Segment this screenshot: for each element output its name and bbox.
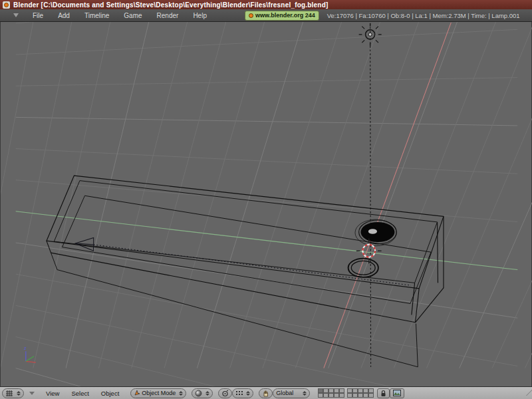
lamp-relationship-line (370, 23, 371, 367)
perspective-grid (1, 22, 532, 386)
viewport-scene: z (1, 22, 532, 386)
image-icon (393, 390, 401, 396)
viewport-shading-button[interactable] (192, 388, 213, 398)
x-axis-line (324, 23, 451, 368)
blender-org-version-button[interactable]: www.blender.org 244 (245, 11, 319, 21)
lamp-center-dot (368, 33, 372, 36)
orientation-dropdown[interactable]: Global (273, 388, 310, 398)
lock-icon (380, 390, 386, 397)
menu-help[interactable]: Help (186, 12, 214, 19)
info-header: File Add Timeline Game Render Help www.b… (0, 9, 532, 22)
scene-statistics: Ve:17076 | Fa:10760 | Ob:8-0 | La:1 | Me… (327, 12, 520, 19)
panel-collapse-icon[interactable] (13, 13, 19, 17)
menu-render[interactable]: Render (150, 12, 186, 19)
select-menu[interactable]: Select (65, 390, 94, 397)
menu-add[interactable]: Add (51, 12, 77, 19)
blender-app-icon (3, 1, 10, 9)
lock-layers-button[interactable] (377, 388, 390, 398)
menu-file[interactable]: File (25, 12, 51, 19)
blender-logo-icon (249, 13, 253, 18)
menu-timeline[interactable]: Timeline (77, 12, 116, 19)
window-titlebar[interactable]: Blender [C:\Documents and Settings\Steve… (0, 0, 532, 9)
header-menu-collapse-icon[interactable] (29, 392, 35, 395)
window-title: Blender [C:\Documents and Settings\Steve… (13, 1, 329, 9)
shading-sphere-icon (195, 390, 202, 397)
render-preview-button[interactable] (390, 388, 404, 398)
editor-type-arrows (17, 391, 21, 396)
3d-view-editor-icon (5, 390, 13, 397)
hand-icon (262, 390, 269, 397)
object-mode-icon (134, 390, 140, 396)
menu-game[interactable]: Game (116, 12, 149, 19)
view-menu[interactable]: View (40, 390, 65, 397)
viewport-header: View Select Object Object Mode (0, 386, 532, 399)
axis-z-label: z (24, 345, 27, 351)
object-menu[interactable]: Object (95, 390, 125, 397)
pivot-dots-icon (235, 390, 243, 396)
mini-axis-gizmo: z (24, 345, 36, 362)
layer-buttons-group-1[interactable] (318, 388, 344, 398)
pivot-rotation-button[interactable] (218, 388, 232, 398)
mode-dropdown[interactable]: Object Mode (130, 388, 186, 398)
3d-viewport[interactable]: z (1) Lamp.001 (0, 22, 532, 386)
editor-type-button[interactable] (2, 388, 24, 398)
pivot-point-dropdown[interactable] (232, 388, 253, 398)
layer-buttons-group-2[interactable] (347, 388, 374, 398)
black-sphere-object[interactable] (355, 219, 396, 246)
ring-sphere-object[interactable] (348, 259, 378, 277)
sphere-highlight (368, 229, 377, 234)
manipulator-toggle-button[interactable] (259, 388, 273, 398)
rotation-pivot-icon (221, 390, 229, 397)
